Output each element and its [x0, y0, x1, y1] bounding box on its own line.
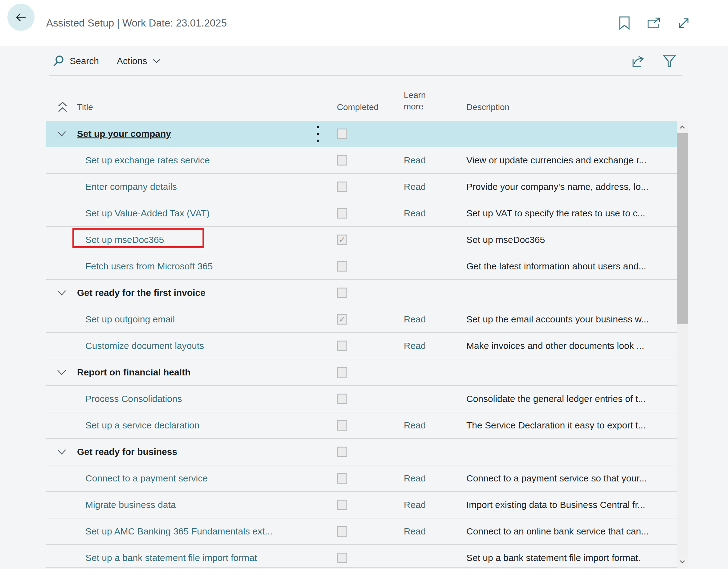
row-title-cell: Set up your company: [77, 129, 316, 139]
row-chevron-cell: [46, 130, 77, 137]
kebab-menu[interactable]: [316, 126, 319, 142]
completed-checkbox[interactable]: [337, 208, 347, 218]
search-button[interactable]: Search: [52, 55, 99, 67]
completed-checkbox[interactable]: [337, 235, 347, 245]
table-row[interactable]: Get ready for the first invoice: [46, 280, 677, 307]
row-title[interactable]: Set up your company: [77, 129, 171, 139]
table-row[interactable]: Set up Value-Added Tax (VAT) Read Set up…: [46, 200, 677, 227]
table-row[interactable]: Connect to a payment service Read Connec…: [46, 466, 677, 492]
row-title-cell: Set up exchange rates service: [77, 155, 316, 165]
completed-checkbox[interactable]: [337, 500, 347, 510]
row-title-cell: Set up outgoing email: [77, 314, 316, 324]
filter-icon[interactable]: [662, 54, 676, 68]
completed-checkbox[interactable]: [337, 261, 347, 271]
learn-more-read-link[interactable]: Read: [404, 526, 426, 536]
learn-more-read-link[interactable]: Read: [404, 208, 426, 218]
row-title[interactable]: Set up mseDoc365: [85, 235, 164, 245]
table-row[interactable]: Enter company details Read Provide your …: [46, 174, 677, 200]
row-description: Set up mseDoc365: [466, 235, 545, 245]
row-title[interactable]: Migrate business data: [85, 500, 176, 510]
completed-checkbox[interactable]: [337, 155, 347, 165]
completed-checkbox[interactable]: [337, 367, 347, 377]
table-row[interactable]: Set up your company: [46, 121, 677, 147]
completed-checkbox[interactable]: [337, 420, 347, 430]
learn-more-read-link[interactable]: Read: [404, 155, 426, 165]
table-row[interactable]: Customize document layouts Read Make inv…: [46, 333, 677, 360]
row-title[interactable]: Get ready for business: [77, 447, 177, 457]
back-button[interactable]: [7, 4, 34, 31]
learn-more-read-link[interactable]: Read: [404, 500, 426, 510]
table-row[interactable]: Fetch users from Microsoft 365 Get the l…: [46, 253, 677, 280]
row-description: Set up VAT to specify the rates to use t…: [466, 208, 645, 218]
learn-more-read-link[interactable]: Read: [404, 314, 426, 324]
completed-checkbox[interactable]: [337, 473, 347, 483]
table-row[interactable]: Set up AMC Banking 365 Fundamentals ext.…: [46, 519, 677, 545]
row-completed-cell: [337, 208, 404, 218]
table-row[interactable]: Report on financial health: [46, 360, 677, 386]
group-chevron-icon[interactable]: [56, 448, 67, 455]
completed-checkbox[interactable]: [337, 314, 347, 324]
row-title[interactable]: Set up AMC Banking 365 Fundamentals ext.…: [85, 526, 272, 536]
completed-checkbox[interactable]: [337, 182, 347, 192]
row-title[interactable]: Process Consolidations: [85, 394, 182, 404]
table-row[interactable]: Set up mseDoc365 Set up mseDoc365: [46, 227, 677, 253]
bookmark-icon[interactable]: [618, 16, 631, 30]
row-title-cell: Set up mseDoc365: [77, 235, 316, 245]
row-description-cell: Set up the email accounts your business …: [466, 314, 677, 324]
row-learn-cell: Read: [404, 314, 466, 324]
row-completed-cell: [337, 155, 404, 165]
completed-checkbox[interactable]: [337, 288, 347, 298]
table-row[interactable]: Set up a service declaration Read The Se…: [46, 413, 677, 439]
row-completed-cell: [337, 182, 404, 192]
row-title[interactable]: Set up outgoing email: [85, 314, 175, 324]
row-title[interactable]: Set up a service declaration: [85, 420, 200, 430]
column-header-completed[interactable]: Completed: [337, 102, 404, 121]
scrollbar-thumb[interactable]: [677, 133, 688, 324]
completed-checkbox[interactable]: [337, 129, 347, 139]
completed-checkbox[interactable]: [337, 447, 347, 457]
search-label: Search: [70, 56, 99, 66]
actions-menu-button[interactable]: Actions: [117, 56, 161, 66]
table-row[interactable]: Get ready for business: [46, 439, 677, 466]
column-header-description[interactable]: Description: [466, 102, 677, 121]
row-title[interactable]: Fetch users from Microsoft 365: [85, 261, 213, 271]
learn-more-read-link[interactable]: Read: [404, 341, 426, 351]
table-row[interactable]: Process Consolidations Consolidate the g…: [46, 386, 677, 413]
group-chevron-icon[interactable]: [56, 130, 67, 137]
row-description: Connect to an online bank service that c…: [466, 526, 649, 536]
row-kebab-cell: [316, 126, 337, 142]
row-title[interactable]: Enter company details: [85, 182, 177, 192]
row-title[interactable]: Set up Value-Added Tax (VAT): [85, 208, 210, 218]
group-chevron-icon[interactable]: [56, 369, 67, 376]
open-in-new-window-icon[interactable]: [647, 16, 661, 30]
completed-checkbox[interactable]: [337, 553, 347, 563]
table-row[interactable]: Set up exchange rates service Read View …: [46, 147, 677, 174]
row-title[interactable]: Customize document layouts: [85, 341, 204, 351]
column-header-learn-more[interactable]: Learn more: [404, 90, 438, 121]
row-title[interactable]: Set up exchange rates service: [85, 155, 210, 165]
row-title[interactable]: Set up a bank statement file import form…: [85, 553, 257, 563]
completed-checkbox[interactable]: [337, 341, 347, 351]
collapse-all-icon[interactable]: [46, 101, 77, 121]
expand-diagonal-icon[interactable]: [677, 16, 691, 30]
share-icon[interactable]: [632, 54, 645, 68]
row-title[interactable]: Get ready for the first invoice: [77, 288, 206, 298]
scroll-down-button[interactable]: [677, 556, 688, 568]
scroll-up-button[interactable]: [677, 121, 688, 133]
group-chevron-icon[interactable]: [56, 289, 67, 296]
vertical-scrollbar[interactable]: [677, 121, 688, 568]
learn-more-read-link[interactable]: Read: [404, 473, 426, 483]
row-title[interactable]: Report on financial health: [77, 367, 190, 377]
table-row[interactable]: Set up outgoing email Read Set up the em…: [46, 307, 677, 333]
back-arrow-icon: [14, 10, 28, 24]
column-header-title[interactable]: Title: [77, 102, 316, 121]
row-completed-cell: [337, 314, 404, 324]
table-row[interactable]: Migrate business data Read Import existi…: [46, 492, 677, 519]
table-row[interactable]: Set up a bank statement file import form…: [46, 545, 677, 568]
row-learn-cell: Read: [404, 182, 466, 192]
completed-checkbox[interactable]: [337, 526, 347, 537]
learn-more-read-link[interactable]: Read: [404, 182, 426, 192]
completed-checkbox[interactable]: [337, 394, 347, 404]
learn-more-read-link[interactable]: Read: [404, 420, 426, 430]
row-title[interactable]: Connect to a payment service: [85, 473, 208, 483]
